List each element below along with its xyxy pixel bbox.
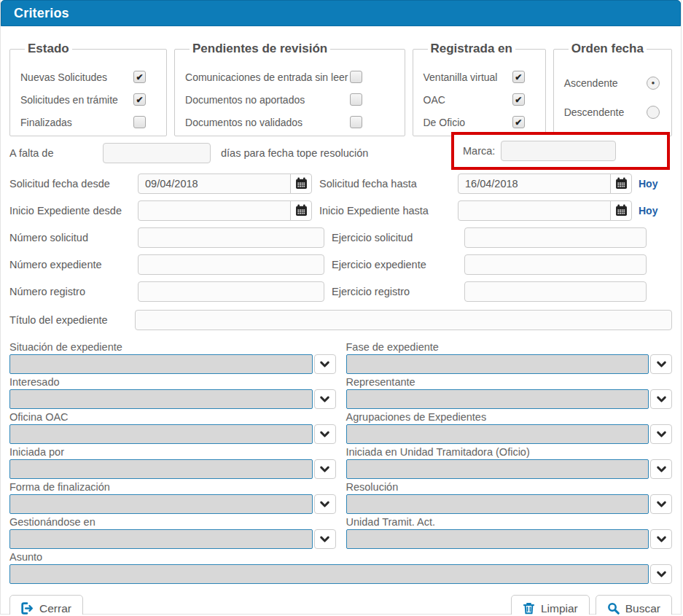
- oficina-oac-label: Oficina OAC: [9, 410, 336, 424]
- select-value[interactable]: [9, 529, 313, 549]
- select-value[interactable]: [346, 459, 649, 479]
- fase-expediente-select[interactable]: [346, 354, 673, 374]
- checkbox-comunicaciones-sin-leer[interactable]: [350, 71, 362, 83]
- select-dropdown-button[interactable]: [314, 459, 336, 479]
- calendar-button[interactable]: [610, 174, 632, 194]
- chevron-down-icon: [319, 463, 331, 475]
- agrupaciones-expedientes-select[interactable]: [346, 424, 673, 444]
- ejercicio-expediente-label: Ejercicio expediente: [332, 259, 464, 270]
- numero-expediente-input[interactable]: [138, 254, 324, 275]
- select-value[interactable]: [346, 389, 649, 409]
- criterios-dialog: Criterios Estado Nuevas Solicitudes ✔ So…: [0, 0, 682, 615]
- solicitud-fecha-hasta-input[interactable]: [458, 174, 611, 194]
- resolucion-select[interactable]: [346, 494, 673, 514]
- situacion-expediente-select[interactable]: [9, 354, 336, 374]
- row-titulo-expediente: Título del expediente: [9, 305, 672, 335]
- row-numero-solicitud: Número solicitud Ejercicio solicitud: [9, 224, 672, 251]
- select-dropdown-button[interactable]: [314, 424, 336, 444]
- asunto-select[interactable]: [9, 564, 672, 584]
- select-dropdown-button[interactable]: [314, 494, 336, 514]
- fieldset-registrada-en: Registrada en Ventanilla virtual ✔ OAC ✔…: [413, 42, 546, 136]
- gestionandose-en-select[interactable]: [9, 529, 336, 549]
- select-dropdown-button[interactable]: [650, 459, 672, 479]
- select-value[interactable]: [346, 354, 649, 374]
- select-dropdown-button[interactable]: [314, 389, 336, 409]
- checkbox-solicitudes-en-tramite[interactable]: ✔: [133, 93, 146, 106]
- chevron-down-icon: [319, 498, 331, 510]
- limpiar-button[interactable]: Limpiar: [511, 595, 590, 615]
- checkbox-row-oac: OAC ✔: [424, 93, 535, 106]
- select-dropdown-button[interactable]: [650, 529, 672, 549]
- inicio-expediente-hasta-input[interactable]: [458, 200, 611, 221]
- solicitud-fecha-desde-input[interactable]: [138, 174, 291, 194]
- select-dropdown-button[interactable]: [314, 529, 336, 549]
- buscar-button[interactable]: Buscar: [596, 595, 672, 615]
- fieldset-estado-legend: Estado: [25, 42, 72, 56]
- checkmark: ✔: [515, 73, 522, 82]
- numero-solicitud-label: Número solicitud: [9, 232, 138, 243]
- radio-ascendente[interactable]: ●: [647, 77, 660, 90]
- buscar-button-label: Buscar: [625, 602, 660, 615]
- select-dropdown-button[interactable]: [650, 564, 672, 584]
- select-dropdown-button[interactable]: [650, 424, 672, 444]
- numero-registro-input[interactable]: [138, 281, 324, 302]
- checkbox-ventanilla-virtual[interactable]: ✔: [512, 71, 525, 83]
- forma-finalizacion-select[interactable]: [9, 494, 336, 514]
- row-numero-registro: Número registro Ejercicio registro: [9, 278, 672, 305]
- select-value[interactable]: [9, 389, 313, 409]
- hoy-link[interactable]: Hoy: [639, 178, 657, 190]
- select-dropdown-button[interactable]: [650, 494, 672, 514]
- interesado-select[interactable]: [9, 389, 336, 409]
- ejercicio-solicitud-input[interactable]: [464, 227, 647, 248]
- titulo-expediente-input[interactable]: [135, 310, 672, 330]
- search-icon: [607, 602, 620, 615]
- checkbox-row-documentos-no-validados: Documentos no validados: [185, 116, 394, 128]
- a-falta-de-label: A falta de: [9, 147, 103, 159]
- inicio-expediente-desde-label: Inicio Expediente desde: [9, 205, 138, 217]
- select-value[interactable]: [9, 459, 313, 479]
- select-dropdown-button[interactable]: [650, 389, 672, 409]
- radio-descendente[interactable]: [647, 106, 660, 119]
- representante-select[interactable]: [346, 389, 673, 409]
- unidad-tramit-act-select[interactable]: [346, 529, 673, 549]
- checkbox-finalizadas[interactable]: [133, 116, 146, 128]
- fieldset-pendientes-legend: Pendientes de revisión: [190, 42, 330, 56]
- calendar-button[interactable]: [290, 200, 312, 221]
- calendar-button[interactable]: [290, 174, 312, 194]
- fieldset-orden-legend: Orden fecha: [569, 42, 647, 56]
- cerrar-button[interactable]: Cerrar: [9, 595, 83, 615]
- iniciada-por-select[interactable]: [9, 459, 336, 479]
- checkbox-label: Comunicaciones de entrada sin leer: [185, 71, 348, 83]
- select-value[interactable]: [346, 424, 649, 444]
- a-falta-de-input[interactable]: [103, 143, 211, 163]
- select-dropdown-button[interactable]: [650, 354, 672, 374]
- inicio-expediente-desde-input[interactable]: [138, 200, 291, 221]
- checkbox-documentos-no-validados[interactable]: [350, 116, 362, 128]
- select-value[interactable]: [9, 494, 313, 514]
- ejercicio-expediente-input[interactable]: [464, 254, 647, 275]
- calendar-icon: [295, 177, 308, 190]
- select-value[interactable]: [9, 354, 313, 374]
- select-dropdown-button[interactable]: [314, 354, 336, 374]
- fieldset-orden-fecha: Orden fecha Ascendente ● Descendente: [553, 42, 672, 136]
- select-value[interactable]: [9, 564, 649, 584]
- checkbox-de-oficio[interactable]: ✔: [512, 116, 525, 128]
- chevron-down-icon: [319, 393, 331, 405]
- calendar-button[interactable]: [610, 200, 632, 221]
- numero-solicitud-input[interactable]: [138, 227, 324, 248]
- checkbox-documentos-no-aportados[interactable]: [350, 93, 362, 106]
- checkbox-label: De Oficio: [424, 117, 466, 128]
- select-value[interactable]: [346, 494, 649, 514]
- iniciada-unidad-tramitadora-select[interactable]: [346, 459, 673, 479]
- marca-input[interactable]: [501, 141, 616, 161]
- checkbox-nuevas-solicitudes[interactable]: ✔: [133, 71, 146, 83]
- hoy-link[interactable]: Hoy: [639, 205, 657, 217]
- select-value[interactable]: [346, 529, 649, 549]
- ejercicio-registro-input[interactable]: [464, 281, 647, 302]
- cerrar-button-label: Cerrar: [39, 602, 71, 615]
- select-value[interactable]: [9, 424, 313, 444]
- ejercicio-solicitud-label: Ejercicio solicitud: [332, 232, 464, 243]
- checkbox-oac[interactable]: ✔: [512, 93, 525, 106]
- chevron-down-icon: [655, 463, 668, 475]
- oficina-oac-select[interactable]: [9, 424, 336, 444]
